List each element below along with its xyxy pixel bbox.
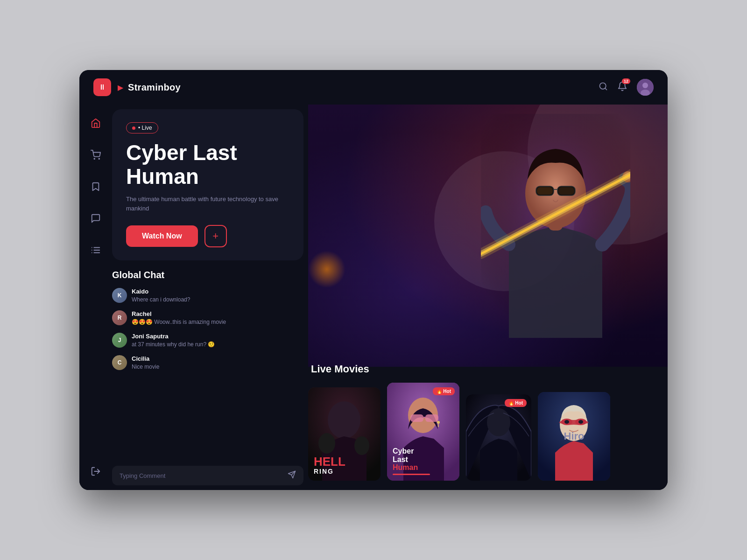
sidebar [79, 105, 112, 490]
movie-card-black[interactable]: 🔥 Hot [466, 394, 531, 481]
chat-message: 😍😍😍 Woow..this is amazing movie [132, 318, 226, 326]
movie-title-hell: HELL [314, 455, 345, 468]
sidebar-item-chat[interactable] [86, 209, 105, 228]
hero-actions: Watch Now + [126, 225, 289, 247]
list-item: K Kaido Where can i download? [112, 288, 303, 304]
chat-section: Global Chat K Kaido Where can i download… [112, 260, 308, 490]
list-item: R Rachel 😍😍😍 Woow..this is amazing movie [112, 310, 303, 326]
hero-card: • Live Cyber Last Human The ultimate hum… [112, 109, 303, 260]
header: ⏸ ▶ Straminboy 12 [79, 70, 668, 105]
svg-point-37 [437, 421, 440, 424]
main-content: • Live Cyber Last Human The ultimate hum… [79, 105, 668, 490]
movie-title-cyber-last-human: CyberLastHuman [393, 447, 430, 475]
sidebar-item-home[interactable] [86, 114, 105, 133]
live-movies-title: Live Movies [308, 363, 668, 375]
chat-list: K Kaido Where can i download? R Rachel 😍… [112, 288, 303, 462]
chat-input[interactable] [120, 472, 283, 479]
svg-rect-22 [537, 187, 553, 195]
sidebar-item-settings[interactable] [86, 241, 105, 259]
movies-row: HELL RING [308, 383, 668, 481]
chat-username: Cicilia [132, 355, 159, 362]
search-button[interactable] [599, 82, 608, 93]
hero-title: Cyber Last Human [126, 141, 289, 188]
notifications-button[interactable]: 12 [617, 81, 627, 94]
right-content: Live Movies [308, 105, 668, 490]
live-label: • Live [138, 125, 152, 131]
movie-title-hell-ring: HELL RING [314, 455, 345, 475]
hero-background [308, 105, 668, 367]
sidebar-item-logout[interactable] [86, 462, 105, 481]
hero-description: The ultimate human battle with future te… [126, 195, 289, 213]
svg-point-5 [94, 158, 95, 159]
list-item: C Cicilia Nice movie [112, 355, 303, 371]
chat-message: Nice movie [132, 363, 159, 371]
live-badge: • Live [126, 122, 158, 133]
sidebar-item-cart[interactable] [86, 146, 105, 164]
chat-input-area [112, 466, 303, 485]
movie-title-ring: RING [314, 468, 345, 475]
sidebar-item-bookmark[interactable] [86, 177, 105, 196]
avatar: R [112, 310, 127, 325]
svg-point-29 [328, 401, 360, 439]
bell-icon [617, 83, 627, 93]
svg-point-3 [642, 83, 648, 88]
movie-title-hiro: Hiro [564, 430, 585, 442]
chat-username: Rachel [132, 310, 226, 317]
chat-message: at 37 minutes why did he run? 🤨 [132, 341, 215, 349]
movie-card-hell-ring[interactable]: HELL RING [308, 387, 381, 481]
movie-card-hiro[interactable]: Hiro [538, 392, 610, 481]
svg-line-1 [605, 88, 607, 90]
svg-point-31 [354, 436, 369, 455]
chat-message: Where can i download? [132, 296, 190, 304]
svg-point-40 [487, 408, 510, 436]
hot-badge-cyber: 🔥 Hot [433, 387, 455, 395]
chat-username: Kaido [132, 288, 190, 295]
live-dot [132, 126, 135, 130]
avatar: J [112, 333, 127, 348]
chat-username: Joni Saputra [132, 333, 215, 340]
avatar: C [112, 355, 127, 370]
left-panel: • Live Cyber Last Human The ultimate hum… [112, 105, 308, 490]
svg-point-30 [318, 433, 335, 454]
app-window: ⏸ ▶ Straminboy 12 [79, 70, 668, 490]
pause-icon: ⏸ [99, 83, 106, 91]
svg-rect-23 [558, 187, 574, 195]
svg-point-46 [578, 420, 583, 424]
svg-rect-35 [425, 414, 438, 422]
play-icon: ▶ [118, 83, 123, 92]
chat-title: Global Chat [112, 270, 303, 280]
avatar: K [112, 288, 127, 303]
add-to-list-button[interactable]: + [204, 225, 227, 247]
live-movies-section: Live Movies [308, 363, 668, 490]
app-title: Straminboy [128, 82, 181, 93]
header-right: 12 [599, 79, 654, 96]
svg-point-6 [99, 158, 99, 159]
user-avatar[interactable] [637, 79, 654, 96]
logo-pause-button[interactable]: ⏸ [93, 78, 111, 96]
svg-rect-34 [410, 414, 423, 422]
send-button[interactable] [288, 470, 296, 481]
movie-card-cyber-last-human[interactable]: 🔥 Hot CyberLastHuman [387, 383, 459, 481]
logo-area: ⏸ ▶ Straminboy [93, 78, 181, 96]
hot-badge-dark: 🔥 Hot [505, 399, 527, 407]
hero-person-figure [481, 114, 630, 338]
watch-now-button[interactable]: Watch Now [126, 225, 198, 247]
svg-point-45 [564, 420, 569, 424]
notification-badge: 12 [622, 78, 630, 84]
list-item: J Joni Saputra at 37 minutes why did he … [112, 333, 303, 349]
